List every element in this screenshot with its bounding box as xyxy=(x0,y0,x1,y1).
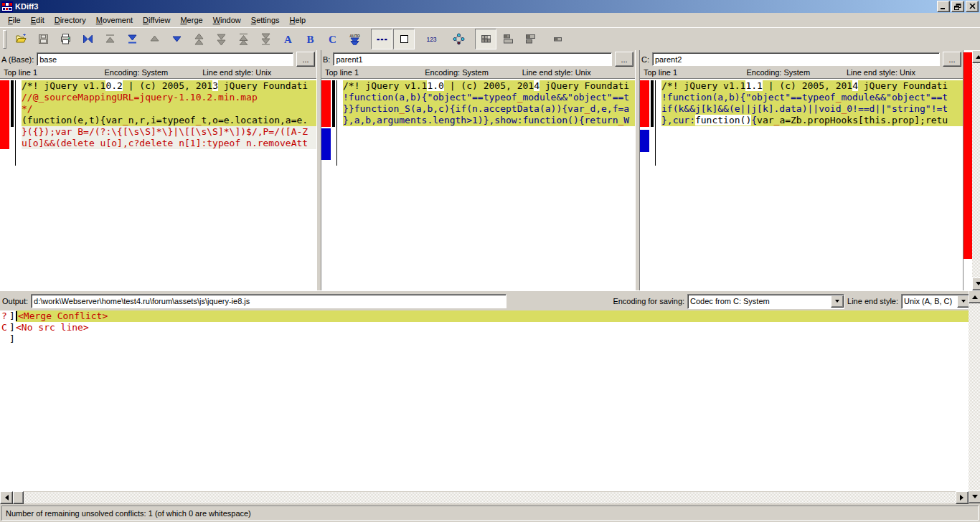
up-arrow-icon xyxy=(976,52,980,59)
letter-c-icon: C xyxy=(326,33,339,45)
menu-edit[interactable]: Edit xyxy=(26,14,50,26)
join-view-button[interactable] xyxy=(547,29,568,49)
right-arrow-icon xyxy=(960,495,966,500)
current-diff-marker xyxy=(11,80,14,127)
scroll-down-button[interactable] xyxy=(969,490,980,503)
menu-settings[interactable]: Settings xyxy=(246,14,285,26)
close-button[interactable] xyxy=(966,1,979,12)
scroll-left-button[interactable] xyxy=(0,491,13,504)
letter-a-icon: A xyxy=(282,33,294,45)
pane-a-browse-button[interactable]: ... xyxy=(296,52,315,67)
menu-window[interactable]: Window xyxy=(208,14,246,26)
pane-c-filename-input[interactable]: parent2 xyxy=(652,52,940,66)
diff-panes-area: A (Base):base...Top line 1Encoding: Syst… xyxy=(0,50,980,290)
select-line-b-button[interactable]: B xyxy=(299,29,321,49)
top-line-label: Top line 1 xyxy=(4,68,37,77)
diff-overview-column[interactable] xyxy=(963,50,972,290)
merge-bracket: ] xyxy=(9,333,16,345)
numbers-icon: 123 xyxy=(425,33,438,45)
menu-diffview[interactable]: Diffview xyxy=(138,14,175,26)
encoding-label: Encoding: System xyxy=(747,68,811,77)
diff-vertical-scrollbar[interactable] xyxy=(972,50,980,290)
scrollbar-track[interactable] xyxy=(969,303,980,490)
manual-diff-alignment-button[interactable] xyxy=(448,29,469,49)
status-text: Number of remaining unsolved conflicts: … xyxy=(6,509,251,518)
auto-advance-button[interactable]: AUTO xyxy=(344,29,365,49)
pane-a-filename-input[interactable]: base xyxy=(37,52,293,66)
restore-icon xyxy=(954,4,961,10)
select-line-c-button[interactable]: C xyxy=(321,29,343,49)
win-grid-icon xyxy=(480,33,492,45)
scrollbar-track[interactable] xyxy=(972,63,980,277)
status-bar: Number of remaining unsolved conflicts: … xyxy=(0,503,980,522)
menu-movement[interactable]: Movement xyxy=(91,14,138,26)
combo-dropdown-button[interactable] xyxy=(831,295,844,308)
pane-splitter[interactable] xyxy=(316,50,321,290)
gutter-line xyxy=(336,80,337,166)
toolbar-handle[interactable] xyxy=(3,30,6,49)
menu-file[interactable]: File xyxy=(3,14,26,26)
split-view-stack-1-button[interactable] xyxy=(497,29,519,49)
pane-b-text-area[interactable]: /*! jQuery v1.11.0 | (c) 2005, 2014 jQue… xyxy=(321,78,635,290)
code-line: (function(e,t){var_n,r,i=typeof_t,o=e.lo… xyxy=(22,115,316,126)
title-bar: KDiff3 xyxy=(0,0,980,13)
svg-text:A: A xyxy=(284,34,292,45)
close-icon xyxy=(969,4,976,9)
line-end-label: Line end style: Unix xyxy=(202,68,271,77)
scroll-down-button[interactable] xyxy=(972,277,980,290)
select-line-a-button[interactable]: A xyxy=(277,29,298,49)
output-path-input[interactable]: d:\work\Webserver\home\test4.ru\forum\as… xyxy=(31,294,507,308)
svg-text:AUTO: AUTO xyxy=(349,34,360,38)
pane-c-browse-button[interactable]: ... xyxy=(943,52,961,67)
restore-button[interactable] xyxy=(951,1,964,12)
scrollbar-track[interactable] xyxy=(24,492,956,503)
pane-a-text-area[interactable]: /*! jQuery v1.10.2 | (c) 2005, 2013 jQue… xyxy=(0,78,316,290)
menu-help[interactable]: Help xyxy=(285,14,311,26)
diff-indicator-column xyxy=(0,80,9,149)
go-next-unsolved-conflict-button[interactable] xyxy=(255,29,276,49)
pane-b-browse-button[interactable]: ... xyxy=(615,52,633,67)
merge-output-editor[interactable]: ?]<Merge Conflict>C]<No src line>] xyxy=(0,310,969,491)
show-line-numbers-button[interactable]: 123 xyxy=(420,29,442,49)
show-whitespace-chars-button[interactable] xyxy=(393,29,415,49)
go-last-delta-button[interactable] xyxy=(121,29,143,49)
go-prev-unsolved-conflict-button[interactable] xyxy=(232,29,254,49)
merge-vertical-scrollbar[interactable] xyxy=(969,290,980,503)
go-next-delta-button[interactable] xyxy=(166,29,187,49)
encoding-for-saving-select[interactable]: Codec from C: System xyxy=(687,294,844,309)
scroll-up-button[interactable] xyxy=(969,290,980,303)
code-line: }}function_S(a,b,c){if(n.acceptData(a)){… xyxy=(343,103,635,115)
diff-indicator-column xyxy=(321,80,331,160)
split-view-grid-button[interactable] xyxy=(475,29,496,49)
scroll-up-button[interactable] xyxy=(972,50,980,63)
merge-line: ] xyxy=(0,333,969,345)
line-end-label: Line end style: Unix xyxy=(847,68,915,77)
pane-b-filename-input[interactable]: parent1 xyxy=(333,52,612,66)
pane-splitter[interactable] xyxy=(635,50,640,290)
menu-merge[interactable]: Merge xyxy=(175,14,207,26)
open-button[interactable] xyxy=(10,29,32,49)
go-first-delta-button[interactable] xyxy=(99,29,121,49)
line-end-style-select[interactable]: Unix (A, B, C) xyxy=(901,294,971,309)
show-whitespace-button[interactable] xyxy=(371,29,392,49)
tri2-up-line-icon xyxy=(237,33,250,45)
merge-horizontal-scrollbar[interactable] xyxy=(0,491,969,503)
pane-c: C:parent2...Top line 1Encoding: SystemLi… xyxy=(640,50,963,290)
split-view-stack-2-button[interactable] xyxy=(519,29,541,49)
pane-c-text-area[interactable]: /*! jQuery v1.11.1 | (c) 2005, 2014 jQue… xyxy=(640,78,963,290)
go-current-delta-button[interactable] xyxy=(77,29,98,49)
print-button[interactable] xyxy=(55,29,76,49)
win-single-icon xyxy=(552,33,564,45)
scroll-right-button[interactable] xyxy=(956,491,969,504)
merge-line: ?]<Merge Conflict> xyxy=(0,310,969,322)
go-prev-conflict-button[interactable] xyxy=(188,29,209,49)
scrollbar-thumb[interactable] xyxy=(13,491,24,504)
code-line: */ xyxy=(22,103,316,115)
go-prev-delta-button[interactable] xyxy=(143,29,165,49)
dashes-icon xyxy=(376,33,388,45)
minimize-button[interactable] xyxy=(937,1,950,12)
save-button[interactable] xyxy=(32,29,54,49)
menu-directory[interactable]: Directory xyxy=(50,14,91,26)
code-line: if(k&&j[k]&&(e||j[k].data)||void_0!==d||… xyxy=(661,103,963,115)
go-next-conflict-button[interactable] xyxy=(210,29,232,49)
